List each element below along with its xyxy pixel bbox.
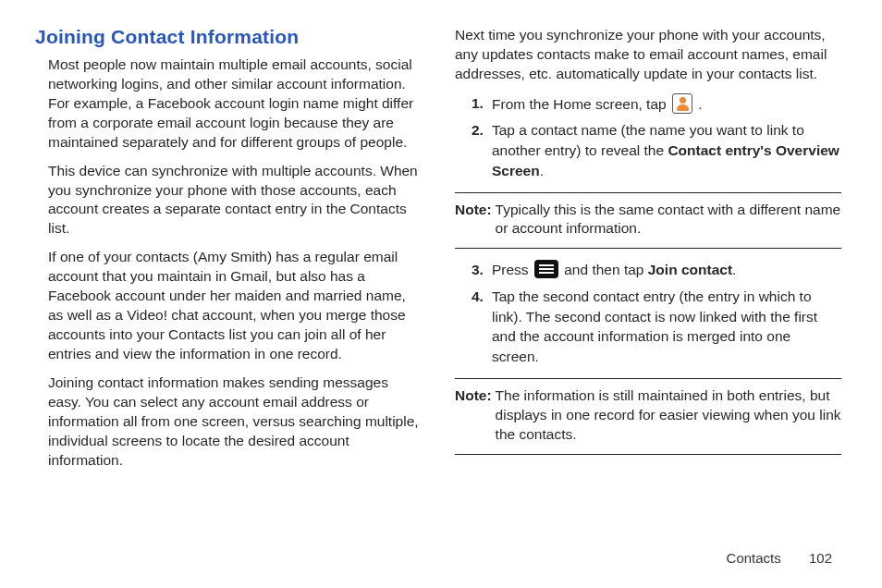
step-bold: Join contact (648, 262, 732, 277)
note-label: Note: (455, 201, 492, 239)
section-heading: Joining Contact Information (35, 26, 422, 48)
paragraph: Most people now maintain multiple email … (48, 55, 422, 153)
step-text: . (694, 96, 703, 112)
step-text: . (732, 262, 736, 277)
step-text: . (540, 163, 544, 178)
step-list: 3. Press and then tap Join contact. 4. T… (472, 260, 841, 366)
paragraph: Next time you synchronize your phone wit… (455, 26, 841, 84)
paragraph: If one of your contacts (Amy Smith) has … (48, 248, 422, 364)
step-item: 4. Tap the second contact entry (the ent… (472, 287, 841, 367)
step-item: 2. Tap a contact name (the name you want… (472, 120, 841, 180)
page-footer: Contacts 102 (727, 550, 832, 566)
step-item: 1. From the Home screen, tap . (472, 93, 841, 115)
note-block: Note: Typically this is the same contact… (455, 192, 841, 250)
step-text: From the Home screen, tap (492, 96, 670, 112)
note-block: Note: The information is still maintaine… (455, 378, 841, 455)
note-text: Typically this is the same contact with … (496, 201, 841, 239)
note-text: The information is still maintained in b… (496, 386, 841, 445)
note-label: Note: (455, 386, 492, 445)
paragraph: Joining contact information makes sendin… (48, 374, 422, 471)
step-number: 3. (472, 260, 484, 280)
step-text: and then tap (560, 262, 648, 277)
footer-page-number: 102 (809, 550, 832, 566)
step-number: 2. (472, 120, 484, 141)
menu-icon (534, 260, 558, 278)
step-number: 4. (472, 287, 484, 307)
step-list: 1. From the Home screen, tap . 2. Tap a … (472, 93, 841, 181)
step-text: Tap the second contact entry (the entry … (492, 288, 817, 364)
step-item: 3. Press and then tap Join contact. (472, 260, 841, 280)
footer-section: Contacts (727, 550, 781, 566)
paragraph: This device can synchronize with multipl… (48, 162, 422, 239)
right-column: Next time you synchronize your phone wit… (455, 26, 841, 479)
step-number: 1. (472, 93, 484, 114)
step-text: Press (492, 262, 533, 277)
left-column: Joining Contact Information Most people … (35, 26, 422, 479)
contacts-icon (672, 93, 692, 114)
page-columns: Joining Contact Information Most people … (35, 26, 841, 479)
